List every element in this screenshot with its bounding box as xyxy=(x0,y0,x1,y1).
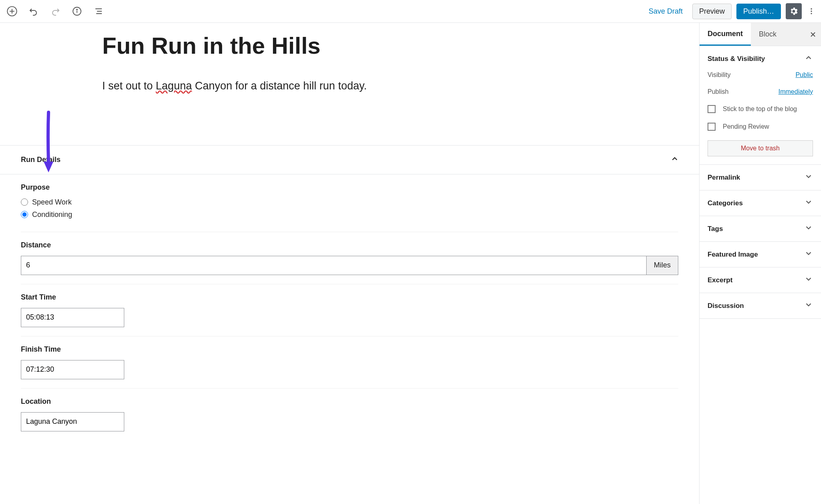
checkbox-icon[interactable] xyxy=(708,105,716,113)
field-location: Location xyxy=(21,389,678,440)
publish-label: Publish xyxy=(708,88,728,95)
panel-featured-header[interactable]: Featured Image xyxy=(700,242,821,267)
panel-discussion: Discussion xyxy=(700,293,821,319)
start-input[interactable] xyxy=(21,308,124,327)
add-block-button[interactable] xyxy=(5,4,19,18)
chevron-down-icon xyxy=(804,300,813,311)
tab-block[interactable]: Block xyxy=(751,23,785,46)
body-text-post: Canyon for a distance hill run today. xyxy=(192,80,367,92)
radio-input-speed[interactable] xyxy=(21,198,28,206)
panel-status-header[interactable]: Status & Visibility xyxy=(700,46,821,71)
radio-conditioning[interactable]: Conditioning xyxy=(21,211,678,219)
panel-categories: Categories xyxy=(700,190,821,216)
location-input[interactable] xyxy=(21,412,124,431)
metabox-header[interactable]: Run Details xyxy=(0,146,699,174)
publish-link[interactable]: Immediately xyxy=(779,88,813,95)
visibility-label: Visibility xyxy=(708,71,731,79)
chevron-up-icon xyxy=(670,154,679,165)
field-start-time: Start Time xyxy=(21,284,678,336)
settings-button[interactable] xyxy=(786,3,802,19)
panel-excerpt: Excerpt xyxy=(700,267,821,293)
start-label: Start Time xyxy=(21,293,678,302)
spellcheck-word: Laguna xyxy=(156,80,192,92)
radio-input-conditioning[interactable] xyxy=(21,211,28,218)
chevron-down-icon xyxy=(804,223,813,234)
metabox-run-details: Run Details Purpose Speed Work xyxy=(0,145,699,440)
close-sidebar-button[interactable] xyxy=(805,23,821,46)
panel-permalink: Permalink xyxy=(700,165,821,190)
panel-permalink-header[interactable]: Permalink xyxy=(700,165,821,190)
svg-point-9 xyxy=(811,8,812,10)
settings-sidebar: Document Block Status & Visibility Visib… xyxy=(699,23,821,504)
chevron-down-icon xyxy=(804,249,813,260)
svg-point-5 xyxy=(77,9,77,10)
chevron-down-icon xyxy=(804,275,813,285)
stick-checkbox-row[interactable]: Stick to the top of the blog xyxy=(708,105,813,113)
chevron-down-icon xyxy=(804,198,813,208)
move-to-trash-button[interactable]: Move to trash xyxy=(708,140,813,156)
panel-excerpt-header[interactable]: Excerpt xyxy=(700,267,821,293)
distance-input[interactable] xyxy=(21,256,647,275)
svg-point-10 xyxy=(811,10,812,12)
checkbox-icon[interactable] xyxy=(708,123,716,131)
panel-discussion-header[interactable]: Discussion xyxy=(700,293,821,318)
chevron-down-icon xyxy=(804,172,813,183)
distance-unit: Miles xyxy=(647,256,678,275)
panel-tags-header[interactable]: Tags xyxy=(700,216,821,241)
publish-button[interactable]: Publish… xyxy=(736,4,781,19)
distance-label: Distance xyxy=(21,241,678,249)
field-purpose: Purpose Speed Work Conditioning xyxy=(21,174,678,232)
editor-area[interactable]: Fun Run in the Hills I set out to Laguna… xyxy=(0,23,699,504)
body-text-pre: I set out to xyxy=(102,80,156,92)
field-finish-time: Finish Time xyxy=(21,336,678,389)
panel-tags: Tags xyxy=(700,216,821,242)
annotation-arrow-icon xyxy=(42,110,56,176)
tab-document[interactable]: Document xyxy=(700,23,751,46)
post-body[interactable]: I set out to Laguna Canyon for a distanc… xyxy=(0,80,699,92)
radio-speed-work[interactable]: Speed Work xyxy=(21,198,678,206)
undo-button[interactable] xyxy=(26,4,41,18)
pending-checkbox-row[interactable]: Pending Review xyxy=(708,123,813,131)
sidebar-tabs: Document Block xyxy=(700,23,821,46)
location-label: Location xyxy=(21,397,678,406)
purpose-label: Purpose xyxy=(21,183,678,192)
field-distance: Distance Miles xyxy=(21,232,678,284)
finish-input[interactable] xyxy=(21,360,124,379)
save-draft-button[interactable]: Save Draft xyxy=(644,4,688,19)
chevron-up-icon xyxy=(804,53,813,64)
panel-status: Status & Visibility Visibility Public Pu… xyxy=(700,46,821,165)
visibility-link[interactable]: Public xyxy=(795,71,813,79)
finish-label: Finish Time xyxy=(21,345,678,354)
preview-button[interactable]: Preview xyxy=(692,4,732,19)
svg-point-11 xyxy=(811,13,812,14)
panel-featured-image: Featured Image xyxy=(700,242,821,267)
panel-categories-header[interactable]: Categories xyxy=(700,190,821,216)
more-menu-button[interactable] xyxy=(807,4,816,18)
info-button[interactable] xyxy=(70,4,84,18)
outline-button[interactable] xyxy=(91,4,106,18)
redo-button[interactable] xyxy=(48,4,63,18)
post-title[interactable]: Fun Run in the Hills xyxy=(0,32,699,60)
top-toolbar: Save Draft Preview Publish… xyxy=(0,0,821,23)
